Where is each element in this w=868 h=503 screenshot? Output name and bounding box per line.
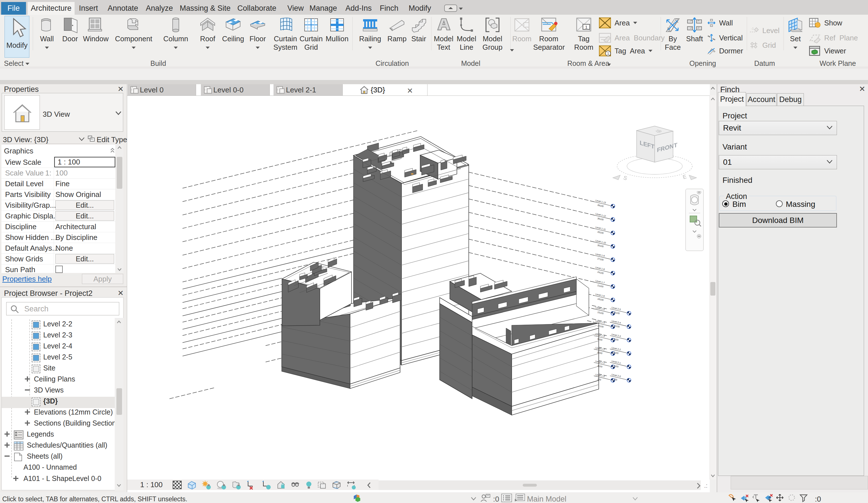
svg-text:30100: 30100 [597,244,604,248]
svg-text:1: 1 [607,51,609,56]
svg-text:S: S [623,175,628,182]
svg-text:18100: 18100 [597,298,604,301]
svg-text:21100: 21100 [597,284,604,288]
svg-text:1: 1 [585,24,587,29]
svg-text:39100: 39100 [597,204,604,208]
svg-text:36100: 36100 [597,217,604,221]
svg-text:24100: 24100 [597,271,604,275]
svg-text:-1: -1 [751,27,754,30]
svg-text:15100: 15100 [597,311,604,315]
svg-text:E: E [682,174,688,180]
svg-text:27100: 27100 [597,257,604,261]
svg-text:33100: 33100 [597,230,604,235]
